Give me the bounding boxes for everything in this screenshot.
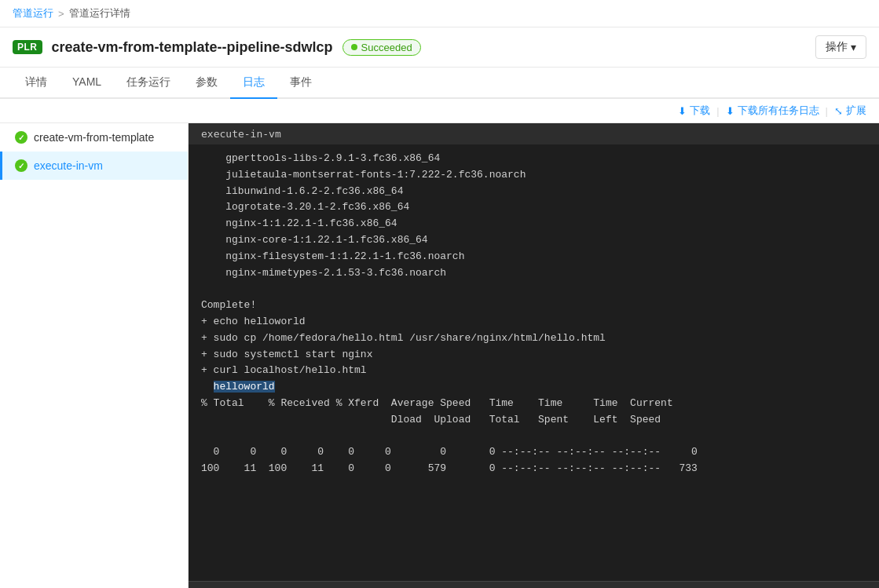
sidebar-item-execute-in-vm[interactable]: execute-in-vm <box>0 152 188 180</box>
tab-detail[interactable]: 详情 <box>13 68 60 99</box>
main-content: create-vm-from-template execute-in-vm ex… <box>0 123 879 588</box>
tab-events[interactable]: 事件 <box>277 68 324 99</box>
breadcrumb-separator: > <box>58 8 64 20</box>
ops-button[interactable]: 操作 ▾ <box>815 35 866 59</box>
sidebar-item-label: create-vm-from-template <box>34 131 154 144</box>
sidebar-item-label: execute-in-vm <box>34 159 103 172</box>
plr-badge: PLR <box>13 40 42 54</box>
status-dot-icon <box>351 44 357 50</box>
tab-bar: 详情 YAML 任务运行 参数 日志 事件 <box>0 68 879 99</box>
toolbar-sep-1: | <box>716 105 719 117</box>
sidebar: create-vm-from-template execute-in-vm <box>0 123 189 588</box>
chevron-down-icon: ▾ <box>851 41 856 53</box>
tab-params[interactable]: 参数 <box>183 68 230 99</box>
download-label: 下载 <box>690 104 710 118</box>
log-tab-header: execute-in-vm <box>189 123 879 144</box>
page-header: PLR create-vm-from-template--pipeline-sd… <box>0 27 879 68</box>
success-icon <box>15 159 27 172</box>
toolbar-sep-2: | <box>826 105 828 117</box>
download-all-button[interactable]: ⬇ 下载所有任务日志 <box>726 104 819 118</box>
status-text: Succeeded <box>361 42 412 53</box>
expand-label: 扩展 <box>846 104 866 118</box>
success-icon <box>15 131 27 144</box>
breadcrumb-link[interactable]: 管道运行 <box>13 6 53 20</box>
header-right: 操作 ▾ <box>815 35 866 59</box>
page-title: create-vm-from-template--pipeline-sdwlcp <box>52 39 333 56</box>
breadcrumb: 管道运行 > 管道运行详情 <box>0 0 879 27</box>
download-all-icon: ⬇ <box>726 105 734 117</box>
status-badge: Succeeded <box>342 39 421 56</box>
header-left: PLR create-vm-from-template--pipeline-sd… <box>13 39 421 56</box>
sidebar-item-create-vm[interactable]: create-vm-from-template <box>0 123 188 152</box>
download-icon: ⬇ <box>678 105 687 117</box>
log-content[interactable]: gperttools-libs-2.9.1-3.fc36.x86_64 juli… <box>189 144 879 581</box>
expand-button[interactable]: ⤡ 扩展 <box>834 104 866 118</box>
download-all-label: 下载所有任务日志 <box>738 104 819 118</box>
ops-button-label: 操作 <box>826 40 848 54</box>
tab-tasks[interactable]: 任务运行 <box>114 68 183 99</box>
tab-logs[interactable]: 日志 <box>230 68 277 99</box>
expand-icon: ⤡ <box>834 105 843 117</box>
log-toolbar: ⬇ 下载 | ⬇ 下载所有任务日志 | ⤡ 扩展 <box>0 99 879 123</box>
horizontal-scrollbar[interactable] <box>189 581 879 588</box>
tab-yaml[interactable]: YAML <box>60 68 114 99</box>
log-panel: execute-in-vm gperttools-libs-2.9.1-3.fc… <box>189 123 879 588</box>
download-button[interactable]: ⬇ 下载 <box>678 104 710 118</box>
breadcrumb-current: 管道运行详情 <box>69 6 130 20</box>
